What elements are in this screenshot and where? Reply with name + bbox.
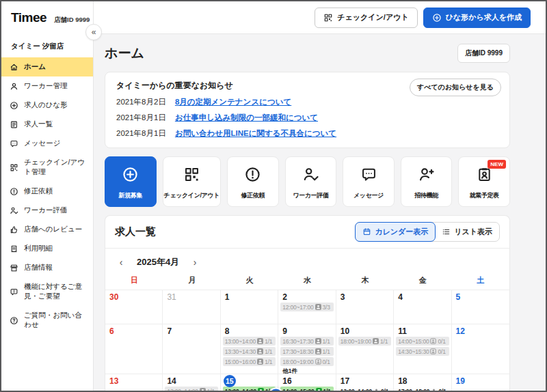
shortcut-schedule[interactable]: NEW就業予定表 xyxy=(458,156,510,207)
sidebar-item-messages[interactable]: メッセージ xyxy=(1,134,93,153)
day-number: 17 xyxy=(336,374,393,387)
shift-count: 0/1 xyxy=(438,348,445,355)
shift-chip[interactable]: 16:30~17:301/1 xyxy=(280,337,333,346)
list-view-button[interactable]: リスト表示 xyxy=(435,223,499,241)
shortcut-checkin[interactable]: チェックイン/アウト xyxy=(163,156,221,207)
shift-chip[interactable]: 13:00~14:001/1 xyxy=(165,387,217,391)
weekday-label: 木 xyxy=(336,274,394,290)
question-icon xyxy=(10,316,18,325)
calendar-day-8[interactable]: 813:00~14:001/113:30~14:301/115:00~16:00… xyxy=(221,324,278,374)
shift-chip[interactable]: 13:30~14:301/1 xyxy=(223,347,276,356)
shift-time: 13:00~14:00 xyxy=(225,338,256,345)
notice-link[interactable]: お問い合わせ用LINEに関する不具合について xyxy=(175,128,336,139)
sidebar-item-store-info[interactable]: 店舗情報 xyxy=(1,258,93,277)
calendar-day-7[interactable]: 7 xyxy=(163,324,220,374)
sidebar-item-job-templates[interactable]: 求人のひな形 xyxy=(1,96,93,115)
view-toggle: カレンダー表示 リスト表示 xyxy=(355,222,500,242)
calendar-day-15[interactable]: 1513:00~14:001/118:00~19:001/1 xyxy=(221,374,278,391)
plus-circle-icon xyxy=(432,13,442,23)
shortcut-label: ワーカー評価 xyxy=(293,191,328,200)
calendar-day-1[interactable]: 1 xyxy=(221,290,278,324)
calendar-day-30[interactable]: 30 xyxy=(105,290,163,324)
calendar-day-31[interactable]: 31 xyxy=(163,290,220,324)
shift-time: 15:00~16:00 xyxy=(225,359,256,365)
shift-chip[interactable]: 13:00~14:001/1 xyxy=(223,337,276,346)
sidebar: Timee 店舗ID 9999 タイミー 汐留店 ホームワーカー管理求人のひな形… xyxy=(1,1,94,391)
create-job-from-template-button[interactable]: ひな形から求人を作成 xyxy=(423,8,531,28)
sidebar-item-worker-rating[interactable]: ワーカー評価 xyxy=(1,201,93,220)
store-id-badge: 店舗ID 9999 xyxy=(457,44,510,63)
day-number: 4 xyxy=(394,290,451,303)
slot-icon xyxy=(316,388,322,391)
app-window: Timee 店舗ID 9999 タイミー 汐留店 ホームワーカー管理求人のひな形… xyxy=(0,0,547,392)
sidebar-collapse-button[interactable]: « xyxy=(85,24,102,40)
shift-count: 1/1 xyxy=(207,388,215,391)
sidebar-item-feedback[interactable]: 機能に対するご意見・ご要望 xyxy=(1,277,93,306)
list-icon xyxy=(442,227,451,236)
feedback-icon xyxy=(10,288,18,296)
shift-chip[interactable]: 15:00~16:001/1 xyxy=(223,357,276,366)
slot-icon xyxy=(373,338,379,344)
person-check-icon xyxy=(302,166,319,183)
calendar-day-10[interactable]: 1018:00~19:001/1 xyxy=(336,324,394,374)
shortcut-messages[interactable]: メッセージ xyxy=(343,156,395,207)
shift-chip[interactable]: 14:00~15:001/1 xyxy=(280,387,333,391)
plus-circle-icon xyxy=(10,101,18,110)
sidebar-item-label: 機能に対するご意見・ご要望 xyxy=(24,282,85,301)
slot-icon xyxy=(257,359,263,365)
page-title: ホーム xyxy=(105,44,144,62)
sidebar-item-usage-statement[interactable]: 利用明細 xyxy=(1,239,93,258)
sidebar-item-checkin-management[interactable]: チェックイン/アウト管理 xyxy=(1,153,93,182)
shift-chip[interactable]: 17:00~18:000/1 xyxy=(396,387,449,391)
calendar-view-button[interactable]: カレンダー表示 xyxy=(355,222,436,242)
view-all-notices-button[interactable]: すべてのお知らせを見る xyxy=(410,79,501,96)
calendar-day-12[interactable]: 12 xyxy=(452,324,509,374)
logo-row: Timee 店舗ID 9999 xyxy=(1,1,93,25)
shift-chip[interactable]: 17:30~18:301/1 xyxy=(280,347,333,356)
shortcut-label: 修正依頼 xyxy=(241,191,265,200)
calendar-day-3[interactable]: 3 xyxy=(336,290,394,324)
sidebar-item-inquiries[interactable]: ご質問・お問い合わせ xyxy=(1,306,93,335)
calendar-day-14[interactable]: 1413:00~14:001/115:00~16:000/115:30~16:3… xyxy=(163,374,220,391)
shift-chip[interactable]: 14:00~15:000/1 xyxy=(396,337,449,346)
shift-count: 0/1 xyxy=(323,359,330,365)
shift-chip[interactable]: 14:30~15:300/1 xyxy=(396,347,449,356)
document-icon xyxy=(10,120,18,129)
calendar-day-2[interactable]: 212:00~17:003/3 xyxy=(278,290,336,324)
weekday-label: 火 xyxy=(221,274,278,290)
shift-chip[interactable]: 18:00~19:000/1 xyxy=(280,357,333,366)
calendar-day-11[interactable]: 1114:00~15:000/114:30~15:300/1 xyxy=(394,324,451,374)
prev-month-button[interactable]: ‹ xyxy=(116,257,126,268)
sidebar-item-store-reviews[interactable]: 店舗へのレビュー xyxy=(1,220,93,239)
sidebar-item-correction-requests[interactable]: 修正依頼 xyxy=(1,182,93,201)
calendar-day-4[interactable]: 4 xyxy=(394,290,451,324)
sidebar-item-job-list[interactable]: 求人一覧 xyxy=(1,115,93,134)
month-label: 2025年4月 xyxy=(137,256,179,268)
shift-chip[interactable]: 18:00~19:001/1 xyxy=(338,337,391,346)
calendar-day-5[interactable]: 5 xyxy=(452,290,509,324)
message-icon xyxy=(360,166,377,183)
checkin-checkout-button[interactable]: チェックイン/アウト xyxy=(315,8,417,28)
home-icon xyxy=(10,63,18,72)
calendar-day-16[interactable]: 1614:00~15:001/114:30~15:300/116:00~17:0… xyxy=(278,374,336,391)
shortcut-new-posting[interactable]: 新規募集 xyxy=(105,156,157,207)
sidebar-item-home[interactable]: ホーム xyxy=(1,57,93,76)
calendar-day-9[interactable]: 916:30~17:301/117:30~18:301/118:00~19:00… xyxy=(278,324,336,374)
shortcut-correction[interactable]: 修正依頼 xyxy=(227,156,279,207)
shift-chip[interactable]: 13:00~14:000/1 xyxy=(338,387,391,391)
next-month-button[interactable]: › xyxy=(190,257,200,268)
calendar-day-19[interactable]: 19 xyxy=(452,374,509,391)
sidebar-item-worker-management[interactable]: ワーカー管理 xyxy=(1,76,93,96)
calendar-day-18[interactable]: 1817:00~18:000/117:30~18:300/12人 xyxy=(394,374,451,391)
notice-link[interactable]: 8月の定期メンテナンスについて xyxy=(175,97,291,107)
shift-chip[interactable]: 12:00~17:003/3 xyxy=(280,303,333,311)
weekday-label: 金 xyxy=(394,274,451,290)
shift-time: 14:00~15:00 xyxy=(398,338,429,345)
shortcut-worker-rating[interactable]: ワーカー評価 xyxy=(285,156,337,207)
notice-link[interactable]: お仕事申し込み制限の一部緩和について xyxy=(175,113,318,123)
person-check-icon xyxy=(10,206,18,215)
calendar-day-13[interactable]: 13 xyxy=(105,374,163,391)
calendar-day-6[interactable]: 6 xyxy=(105,324,163,374)
calendar-day-17[interactable]: 1713:00~14:000/113:30~14:300/12人 xyxy=(336,374,394,391)
shortcut-invite[interactable]: 招待機能 xyxy=(401,156,453,207)
